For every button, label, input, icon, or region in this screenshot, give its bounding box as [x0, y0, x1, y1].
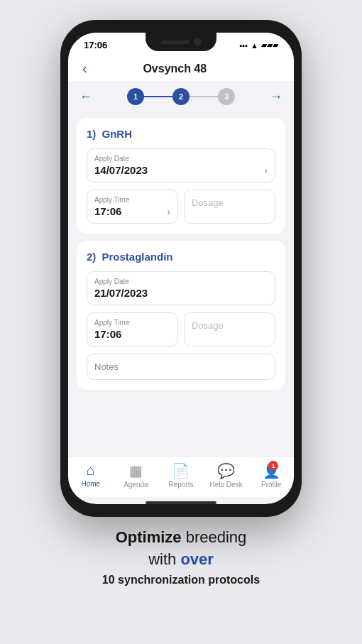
tab-helpdesk[interactable]: 💬 Help Desk: [204, 462, 249, 489]
prostaglandin-dosage-field[interactable]: Dosage: [184, 312, 275, 346]
step-1[interactable]: 1: [127, 88, 144, 105]
prostaglandin-apply-time-field[interactable]: Apply Time 17:06: [87, 312, 178, 346]
helpdesk-icon: 💬: [217, 462, 235, 479]
page-title: Ovsynch 48: [143, 62, 207, 75]
gnrh-apply-time-value: 17:06: [94, 205, 121, 217]
tab-reports[interactable]: 📄 Reports: [158, 462, 204, 489]
step-line-2: [190, 96, 218, 97]
tab-home[interactable]: ⌂ Home: [68, 462, 114, 488]
with-text: with: [148, 550, 180, 568]
tab-reports-label: Reports: [168, 481, 193, 489]
tab-agenda[interactable]: ▦ Agenda: [114, 462, 159, 489]
home-bar: [146, 501, 216, 504]
status-icons: ▪▪▪ ▲ ▰▰▰: [239, 40, 278, 50]
step-dots: 1 2 3: [92, 88, 270, 105]
prostaglandin-apply-date-label: Apply Date: [94, 278, 268, 285]
gnrh-title: 1) GnRH: [87, 128, 275, 140]
gnrh-dosage-field[interactable]: Dosage: [184, 190, 275, 224]
optimize-text: Optimize: [116, 528, 182, 546]
agenda-icon: ▦: [129, 462, 143, 479]
next-step-button[interactable]: →: [270, 89, 283, 104]
prostaglandin-dosage-placeholder: Dosage: [192, 320, 268, 331]
prostaglandin-time-row: Apply Time 17:06 Dosage: [87, 312, 275, 346]
bottom-line1: Optimize breeding: [102, 527, 260, 549]
notch: [146, 33, 216, 51]
gnrh-time-chevron-icon: ›: [167, 206, 170, 217]
tab-profile-label: Profile: [261, 481, 281, 489]
gnrh-date-chevron-icon: ›: [264, 165, 268, 176]
home-icon: ⌂: [87, 462, 95, 479]
nav-bar: ‹ Ovsynch 48: [68, 53, 294, 81]
bottom-line3: 10 synchronization protocols: [102, 572, 260, 588]
bottom-text: Optimize breeding with over 10 synchroni…: [102, 527, 260, 588]
phone-screen: 17:06 ▪▪▪ ▲ ▰▰▰ ‹ Ovsynch 48 ← 1 2: [68, 33, 294, 504]
notes-label: Notes: [94, 361, 119, 372]
tab-home-label: Home: [81, 480, 100, 488]
step-3[interactable]: 3: [218, 88, 235, 105]
speaker: [161, 40, 190, 44]
prostaglandin-title: 2) Prostaglandin: [87, 251, 275, 263]
prostaglandin-apply-time-value: 17:06: [94, 328, 121, 340]
prostaglandin-apply-date-value: 21/07/2023: [94, 287, 148, 299]
back-button[interactable]: ‹: [82, 60, 87, 77]
gnrh-card: 1) GnRH Apply Date 14/07/2023 › Apply Ti…: [77, 118, 285, 234]
camera: [194, 38, 201, 45]
prostaglandin-apply-date-field[interactable]: Apply Date 21/07/2023: [87, 271, 275, 305]
gnrh-apply-time-field[interactable]: Apply Time 17:06 ›: [87, 190, 178, 224]
prostaglandin-card: 2) Prostaglandin Apply Date 21/07/2023 A…: [77, 241, 285, 390]
profile-badge: 1: [268, 461, 278, 471]
step-2[interactable]: 2: [172, 88, 190, 105]
gnrh-apply-time-label: Apply Time: [94, 196, 170, 204]
breeding-text: breeding: [182, 528, 247, 546]
step-line-1: [144, 96, 172, 97]
prostaglandin-apply-time-label: Apply Time: [94, 319, 170, 327]
gnrh-apply-date-field[interactable]: Apply Date 14/07/2023 ›: [87, 148, 275, 182]
tab-helpdesk-label: Help Desk: [210, 481, 243, 489]
prostaglandin-notes-field[interactable]: Notes: [87, 354, 275, 380]
step-indicator: ← 1 2 3 →: [68, 81, 294, 112]
tab-profile[interactable]: 1 👤 Profile: [248, 462, 294, 489]
content-area: 1) GnRH Apply Date 14/07/2023 › Apply Ti…: [68, 112, 294, 456]
gnrh-apply-date-value: 14/07/2023: [94, 164, 148, 176]
status-time: 17:06: [84, 40, 107, 50]
reports-icon: 📄: [172, 462, 190, 479]
gnrh-dosage-placeholder: Dosage: [192, 197, 268, 208]
sync-protocols-text: 10 synchronization protocols: [102, 574, 260, 586]
over-text: over: [180, 550, 213, 568]
tab-agenda-label: Agenda: [124, 481, 148, 489]
tab-bar: ⌂ Home ▦ Agenda 📄 Reports 💬 Help Desk 1 …: [68, 456, 294, 497]
gnrh-apply-date-label: Apply Date: [94, 155, 268, 163]
bottom-line2: with over: [102, 549, 260, 571]
gnrh-time-row: Apply Time 17:06 › Dosage: [87, 190, 275, 224]
phone-shell: 17:06 ▪▪▪ ▲ ▰▰▰ ‹ Ovsynch 48 ← 1 2: [60, 20, 302, 517]
prev-step-button[interactable]: ←: [79, 89, 92, 104]
